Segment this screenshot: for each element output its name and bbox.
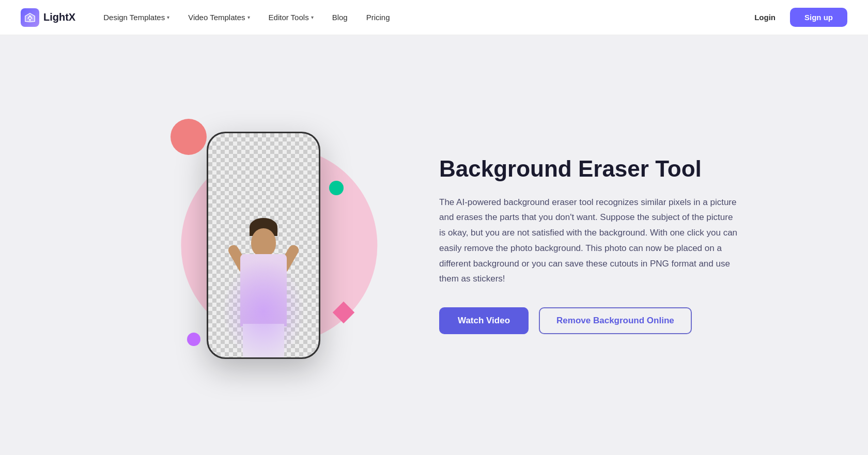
main-content: Background Eraser Tool The AI-powered ba… [0, 35, 868, 455]
cta-buttons: Watch Video Remove Background Online [439, 307, 739, 334]
chevron-down-icon: ▾ [167, 14, 169, 20]
nav-pricing[interactable]: Pricing [359, 9, 397, 26]
chevron-down-icon: ▾ [311, 14, 314, 20]
hero-description: The AI-powered background eraser tool re… [439, 195, 739, 287]
watch-video-button[interactable]: Watch Video [439, 307, 529, 334]
nav-design-templates[interactable]: Design Templates ▾ [96, 9, 177, 26]
phone-mockup [207, 132, 320, 359]
navbar: LightX Design Templates ▾ Video Template… [0, 0, 868, 35]
chevron-down-icon: ▾ [247, 14, 250, 20]
svg-point-1 [29, 19, 31, 21]
hero-title: Background Eraser Tool [439, 156, 739, 182]
person-glow [222, 259, 305, 357]
person-head [251, 228, 276, 257]
nav-blog[interactable]: Blog [325, 9, 355, 26]
nav-links: Design Templates ▾ Video Templates ▾ Edi… [96, 9, 748, 26]
logo[interactable]: LightX [21, 8, 75, 27]
logo-text: LightX [43, 11, 75, 23]
login-button[interactable]: Login [748, 9, 782, 26]
deco-circle-purple [187, 333, 200, 346]
signup-button[interactable]: Sign up [790, 8, 847, 27]
text-section: Background Eraser Tool The AI-powered ba… [439, 156, 739, 334]
phone-illustration [129, 90, 398, 400]
remove-background-button[interactable]: Remove Background Online [539, 307, 692, 334]
phone-screen [208, 133, 319, 357]
nav-video-templates[interactable]: Video Templates ▾ [181, 9, 257, 26]
deco-circle-teal [329, 181, 344, 195]
nav-editor-tools[interactable]: Editor Tools ▾ [261, 9, 321, 26]
deco-circle-red [171, 119, 207, 155]
logo-icon [21, 8, 39, 27]
nav-auth: Login Sign up [748, 8, 847, 27]
